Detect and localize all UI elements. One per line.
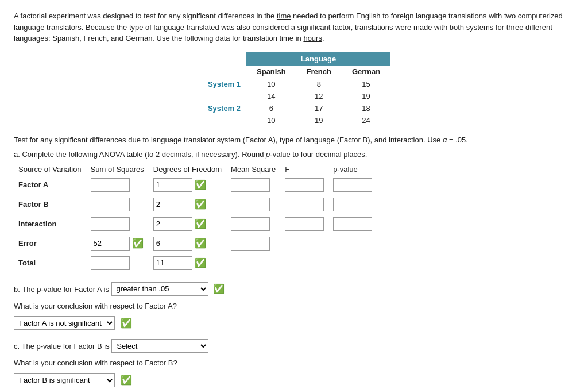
anova-df-cell: ✅: [149, 234, 226, 253]
anova-ms-input[interactable]: [231, 217, 270, 231]
anova-ss-input[interactable]: [91, 198, 130, 211]
anova-source-label: Total: [14, 253, 86, 273]
anova-source-label: Error: [14, 234, 86, 253]
cell-spanish: 14: [246, 90, 296, 102]
anova-ms-cell: [226, 195, 280, 214]
anova-ss-cell: [86, 175, 149, 195]
cell-spanish: 6: [246, 102, 296, 114]
cell-german: 19: [342, 90, 390, 102]
anova-pvalue-cell: [328, 214, 377, 234]
anova-df-input[interactable]: [153, 237, 192, 251]
anova-df-cell: ✅: [149, 214, 226, 234]
col-spanish: Spanish: [246, 66, 296, 78]
part-c-question: c. The p-value for Factor B is Selectles…: [14, 339, 574, 353]
anova-f-input[interactable]: [285, 198, 324, 211]
anova-header-df: Degrees of Freedom: [149, 164, 226, 175]
anova-source-label: Factor B: [14, 195, 86, 214]
part-b-select-wrapper: Selectless than or equal to .01between .…: [111, 282, 225, 296]
cell-french: 19: [296, 114, 342, 126]
system-label: System 1: [198, 78, 246, 90]
anova-pvalue-cell: [328, 175, 377, 195]
part-c-conclusion-label: What is your conclusion with respect to …: [14, 357, 574, 369]
anova-ss-input[interactable]: [91, 237, 130, 251]
anova-df-input[interactable]: [153, 256, 192, 270]
col-french: French: [296, 66, 342, 78]
anova-pvalue-cell: [328, 195, 377, 214]
anova-f-cell: [280, 175, 328, 195]
part-c-label: c. The p-value for Factor B is: [14, 342, 110, 351]
system-label-empty: [198, 90, 246, 102]
anova-pvalue-input[interactable]: [333, 198, 372, 211]
anova-ms-cell: [226, 214, 280, 234]
df-check-icon: ✅: [195, 199, 206, 210]
part-b-conclusion-label: What is your conclusion with respect to …: [14, 301, 574, 312]
part-b-section: b. The p-value for Factor A is Selectles…: [14, 282, 574, 330]
part-b-conclusion-check: ✅: [121, 318, 132, 329]
anova-f-cell: [280, 195, 328, 214]
cell-french: 12: [296, 90, 342, 102]
df-check-icon: ✅: [195, 257, 206, 268]
intro-paragraph: A factorial experiment was designed to t…: [14, 10, 574, 44]
anova-ss-cell: ✅: [86, 234, 149, 253]
part-c-conclusion-wrapper: Factor B is not significantFactor B is s…: [14, 373, 574, 387]
df-check-icon: ✅: [195, 218, 206, 229]
cell-spanish: 10: [246, 114, 296, 126]
anova-f-cell: [280, 214, 328, 234]
anova-ss-input[interactable]: [91, 256, 130, 270]
part-c-section: c. The p-value for Factor B is Selectles…: [14, 339, 574, 387]
anova-source-label: Interaction: [14, 214, 86, 234]
anova-f-input[interactable]: [285, 217, 324, 231]
cell-german: 15: [342, 78, 390, 90]
part-c-conclusion-select[interactable]: Factor B is not significantFactor B is s…: [14, 373, 115, 387]
anova-header-source: Source of Variation: [14, 164, 86, 175]
anova-ms-cell: [226, 175, 280, 195]
part-c-select[interactable]: Selectless than or equal to .01between .…: [111, 339, 208, 353]
anova-ms-input[interactable]: [231, 198, 270, 211]
anova-header-ms: Mean Square: [226, 164, 280, 175]
part-a-label: a. Complete the following ANOVA table (t…: [14, 149, 574, 160]
df-check-icon: ✅: [195, 179, 206, 190]
anova-pvalue-cell-empty: [328, 253, 377, 273]
anova-df-cell: ✅: [149, 253, 226, 273]
data-table: Language Spanish French German System 1 …: [198, 52, 390, 126]
anova-ss-input[interactable]: [91, 178, 130, 192]
anova-ms-input[interactable]: [231, 178, 270, 192]
anova-ms-cell-empty: [226, 253, 280, 273]
cell-german: 24: [342, 114, 390, 126]
col-german: German: [342, 66, 390, 78]
part-b-check-icon: ✅: [213, 282, 225, 296]
anova-pvalue-input[interactable]: [333, 178, 372, 192]
anova-header-pvalue: p-value: [328, 164, 377, 175]
anova-ss-cell: [86, 195, 149, 214]
anova-df-input[interactable]: [153, 217, 192, 231]
cell-french: 17: [296, 102, 342, 114]
system-label-empty: [198, 114, 246, 126]
part-b-select[interactable]: Selectless than or equal to .01between .…: [111, 282, 208, 296]
ss-check-icon: ✅: [132, 238, 144, 249]
anova-header-ss: Sum of Squares: [86, 164, 149, 175]
anova-ms-cell: [226, 234, 280, 253]
anova-f-cell-empty: [280, 234, 328, 253]
part-c-conclusion-check: ✅: [121, 375, 132, 386]
part-b-conclusion-select[interactable]: Factor A is not significantFactor A is s…: [14, 316, 115, 330]
test-instructions: Test for any significant differences due…: [14, 134, 574, 146]
anova-ss-input[interactable]: [91, 217, 130, 231]
anova-f-cell-empty: [280, 253, 328, 273]
anova-pvalue-cell-empty: [328, 234, 377, 253]
anova-df-input[interactable]: [153, 198, 192, 211]
part-c-select-wrapper: Selectless than or equal to .01between .…: [111, 339, 208, 353]
anova-f-input[interactable]: [285, 178, 324, 192]
anova-header-f: F: [280, 164, 328, 175]
cell-french: 8: [296, 78, 342, 90]
df-check-icon: ✅: [195, 238, 206, 249]
anova-df-cell: ✅: [149, 175, 226, 195]
anova-df-cell: ✅: [149, 195, 226, 214]
data-table-wrapper: Language Spanish French German System 1 …: [14, 52, 574, 126]
part-b-question: b. The p-value for Factor A is Selectles…: [14, 282, 574, 296]
anova-pvalue-input[interactable]: [333, 217, 372, 231]
anova-df-input[interactable]: [153, 178, 192, 192]
anova-section: Source of Variation Sum of Squares Degre…: [14, 164, 574, 273]
anova-table: Source of Variation Sum of Squares Degre…: [14, 164, 377, 273]
cell-spanish: 10: [246, 78, 296, 90]
anova-ms-input[interactable]: [231, 237, 270, 251]
